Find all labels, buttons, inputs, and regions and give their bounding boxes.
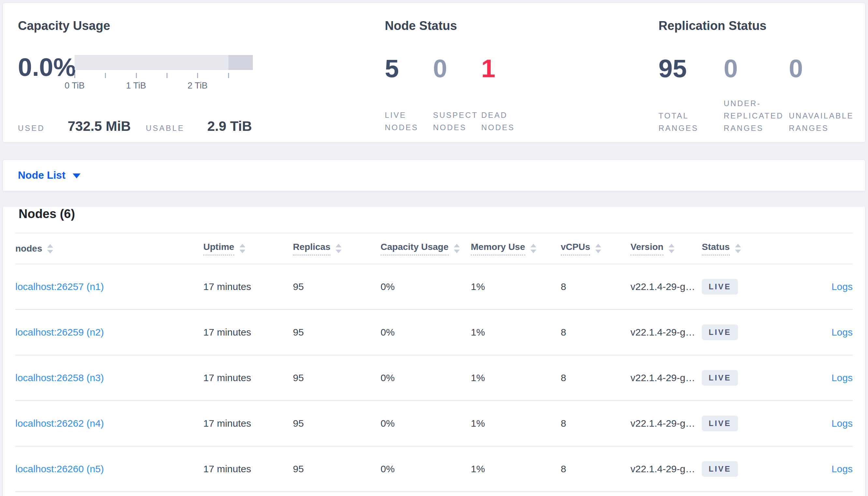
version-cell: v22.1.4-29-g…	[630, 310, 702, 355]
status-cell: LIVE	[702, 264, 783, 310]
capacity-bar-track	[75, 55, 253, 70]
version-cell: v22.1.4-29-g…	[630, 401, 702, 446]
capacity-percent-value: 0.0%	[18, 53, 67, 81]
column-header-status[interactable]: Status	[702, 233, 783, 264]
memory-use-cell: 1%	[471, 310, 561, 355]
suspect-nodes-count: 0	[433, 55, 481, 82]
uptime-cell: 17 minutes	[203, 310, 293, 355]
vcpus-cell: 8	[561, 264, 630, 310]
replication-status-panel: Replication Status 95 0 0 TOTAL RANGES U…	[658, 3, 865, 142]
memory-use-cell: 1%	[471, 401, 561, 446]
node-link[interactable]: localhost:26258 (n3)	[15, 372, 104, 383]
replicas-cell: 95	[293, 401, 380, 446]
usable-value: 2.9 TiB	[207, 119, 252, 134]
memory-use-cell: 1%	[471, 446, 561, 492]
sort-icon	[735, 244, 741, 253]
axis-label-1: 1 TiB	[126, 81, 146, 91]
capacity-usage-cell: 0%	[380, 446, 471, 492]
uptime-cell: 17 minutes	[203, 264, 293, 310]
table-row: localhost:26262 (n4) 17 minutes 95 0% 1%…	[15, 401, 853, 446]
view-dropdown[interactable]: Node List	[18, 169, 80, 181]
replicas-cell: 95	[293, 264, 380, 310]
logs-link[interactable]: Logs	[832, 327, 853, 338]
uptime-cell: 17 minutes	[203, 446, 293, 492]
table-header-row: nodes Uptime Replicas Capacity Usage Mem…	[15, 233, 853, 264]
memory-use-cell: 1%	[471, 355, 561, 401]
node-status-title: Node Status	[385, 18, 658, 33]
version-cell: v22.1.4-29-g…	[630, 446, 702, 492]
logs-link[interactable]: Logs	[832, 463, 853, 474]
status-cell: LIVE	[702, 310, 783, 355]
logs-link[interactable]: Logs	[832, 372, 853, 383]
view-dropdown-label: Node List	[18, 169, 65, 181]
capacity-usage-cell: 0%	[380, 355, 471, 401]
under-replicated-ranges-label: UNDER-REPLICATED RANGES	[724, 97, 789, 135]
memory-use-cell: 1%	[471, 264, 561, 310]
dead-nodes-label: DEAD NODES	[481, 109, 529, 134]
status-badge: LIVE	[702, 279, 738, 295]
nodes-card: Nodes (6) nodes Uptime Replicas	[3, 207, 865, 496]
replication-status-title: Replication Status	[658, 18, 865, 33]
status-cell: LIVE	[702, 355, 783, 401]
chevron-down-icon	[73, 173, 80, 179]
vcpus-cell: 8	[561, 355, 630, 401]
capacity-bar-end-segment	[228, 55, 253, 70]
capacity-usage-panel: Capacity Usage 0.0%	[18, 3, 385, 142]
column-header-capacity-usage[interactable]: Capacity Usage	[380, 233, 471, 264]
sort-icon	[47, 244, 53, 253]
uptime-cell: 17 minutes	[203, 401, 293, 446]
node-link[interactable]: localhost:26257 (n1)	[15, 281, 104, 292]
status-badge: LIVE	[702, 416, 738, 431]
node-link[interactable]: localhost:26259 (n2)	[15, 327, 104, 338]
table-row: localhost:26260 (n5) 17 minutes 95 0% 1%…	[15, 446, 853, 492]
nodes-section-title: Nodes (6)	[18, 207, 853, 221]
vcpus-cell: 8	[561, 310, 630, 355]
live-nodes-count: 5	[385, 55, 433, 82]
logs-link[interactable]: Logs	[832, 418, 853, 429]
axis-label-0: 0 TiB	[64, 81, 85, 91]
used-label: USED	[18, 124, 45, 133]
axis-label-2: 2 TiB	[188, 81, 208, 91]
nodes-table: nodes Uptime Replicas Capacity Usage Mem…	[15, 233, 853, 492]
live-nodes-label: LIVE NODES	[385, 109, 433, 134]
column-header-replicas[interactable]: Replicas	[293, 233, 380, 264]
view-selector-bar: Node List	[3, 159, 865, 191]
table-row: localhost:26258 (n3) 17 minutes 95 0% 1%…	[15, 355, 853, 401]
suspect-nodes-label: SUSPECT NODES	[433, 109, 481, 134]
status-badge: LIVE	[702, 370, 738, 386]
column-header-version[interactable]: Version	[630, 233, 702, 264]
column-header-logs	[783, 233, 853, 264]
sort-icon	[595, 244, 601, 253]
cluster-summary-card: Capacity Usage 0.0%	[3, 3, 865, 142]
capacity-usage-cell: 0%	[380, 310, 471, 355]
capacity-axis-labels: 0 TiB 1 TiB 2 TiB	[75, 81, 253, 91]
column-header-uptime[interactable]: Uptime	[203, 233, 293, 264]
under-replicated-ranges-count: 0	[724, 55, 789, 82]
logs-link[interactable]: Logs	[832, 281, 853, 292]
status-badge: LIVE	[702, 461, 738, 477]
unavailable-ranges-count: 0	[789, 55, 854, 82]
sort-icon	[669, 244, 674, 253]
total-ranges-count: 95	[658, 55, 724, 82]
column-header-nodes[interactable]: nodes	[15, 233, 203, 264]
status-cell: LIVE	[702, 446, 783, 492]
column-header-vcpus[interactable]: vCPUs	[561, 233, 630, 264]
unavailable-ranges-label: UNAVAILABLE RANGES	[789, 110, 854, 135]
sort-icon	[530, 244, 536, 253]
column-header-memory-use[interactable]: Memory Use	[471, 233, 561, 264]
version-cell: v22.1.4-29-g…	[630, 355, 702, 401]
capacity-axis-ticks	[75, 73, 253, 78]
sort-icon	[454, 244, 460, 253]
replicas-cell: 95	[293, 446, 380, 492]
uptime-cell: 17 minutes	[203, 355, 293, 401]
cluster-overview-page: Capacity Usage 0.0%	[0, 0, 868, 496]
version-cell: v22.1.4-29-g…	[630, 264, 702, 310]
table-row: localhost:26259 (n2) 17 minutes 95 0% 1%…	[15, 310, 853, 355]
node-link[interactable]: localhost:26262 (n4)	[15, 418, 104, 429]
total-ranges-label: TOTAL RANGES	[658, 110, 724, 135]
usable-label: USABLE	[146, 124, 184, 133]
sort-icon	[335, 244, 342, 253]
replicas-cell: 95	[293, 310, 380, 355]
vcpus-cell: 8	[561, 401, 630, 446]
node-link[interactable]: localhost:26260 (n5)	[15, 463, 104, 474]
